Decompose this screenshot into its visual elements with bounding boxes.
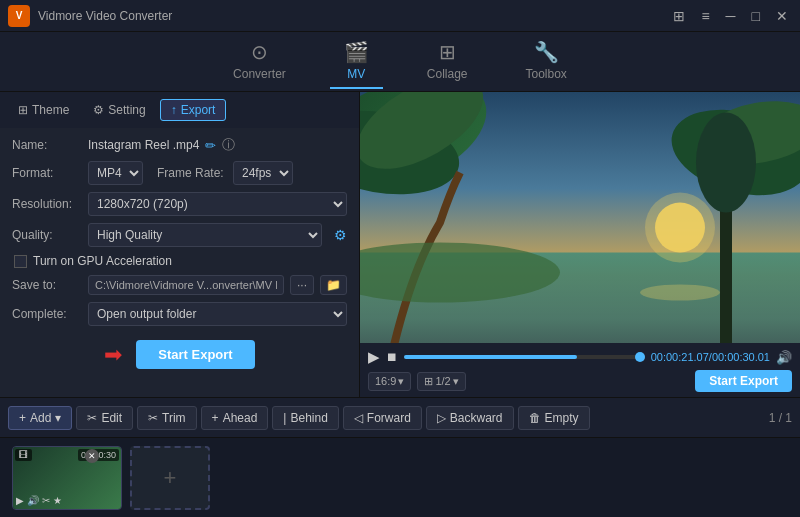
window-controls: ⊞ ≡ ─ □ ✕ xyxy=(669,8,792,24)
setting-gear-icon: ⚙ xyxy=(93,103,104,117)
complete-row: Complete: Open output folder xyxy=(12,302,347,326)
arrow-icon: ➡ xyxy=(104,342,122,368)
theme-grid-icon: ⊞ xyxy=(18,103,28,117)
trash-icon: 🗑 xyxy=(529,411,541,425)
nav-tabs: ⊙ Converter 🎬 MV ⊞ Collage 🔧 Toolbox xyxy=(0,32,800,92)
name-edit-icon[interactable]: ✏ xyxy=(205,138,216,153)
maximize-btn[interactable]: □ xyxy=(748,8,764,24)
scale-btn[interactable]: ⊞ 1/2 ▾ xyxy=(417,372,465,391)
ahead-icon: + xyxy=(212,411,219,425)
resolution-label: Resolution: xyxy=(12,197,82,211)
format-label: Format: xyxy=(12,166,82,180)
stop-button[interactable]: ⏹ xyxy=(386,350,398,364)
clip-edit-icon[interactable]: ✂ xyxy=(42,495,50,506)
clip-controls: ▶ 🔊 ✂ ★ xyxy=(16,495,62,506)
framerate-select[interactable]: 24fps xyxy=(233,161,293,185)
film-icon: 🎞 xyxy=(19,450,28,460)
empty-button[interactable]: 🗑 Empty xyxy=(518,406,590,430)
ratio-btn[interactable]: 16:9 ▾ xyxy=(368,372,411,391)
add-button[interactable]: + MV Add ▾ xyxy=(8,406,72,430)
video-frame xyxy=(360,92,800,343)
export-upload-icon: ↑ xyxy=(171,103,177,117)
tab-collage[interactable]: ⊞ Collage xyxy=(413,34,482,89)
forward-button[interactable]: ◁ Forward xyxy=(343,406,422,430)
close-btn[interactable]: ✕ xyxy=(772,8,792,24)
sub-tab-setting[interactable]: ⚙ Setting xyxy=(83,100,155,120)
open-folder-btn[interactable]: 📁 xyxy=(320,275,347,295)
save-row: Save to: ··· 📁 xyxy=(12,275,347,295)
quality-gear-icon[interactable]: ⚙ xyxy=(334,227,347,243)
add-clip-button[interactable]: + xyxy=(130,446,210,510)
titlebar: V Vidmore Video Converter ⊞ ≡ ─ □ ✕ xyxy=(0,0,800,32)
name-info-icon[interactable]: ⓘ xyxy=(222,136,235,154)
scale-chevron-icon: ▾ xyxy=(453,375,459,388)
gpu-row: Turn on GPU Acceleration xyxy=(12,254,347,268)
progress-row: ▶ ⏹ 00:00:21.07/00:00:30.01 🔊 xyxy=(368,348,792,366)
start-export-button[interactable]: Start Export xyxy=(136,340,254,369)
main-layout: ⊞ Theme ⚙ Setting ↑ Export Name: Instagr… xyxy=(0,92,800,397)
toolbox-icon: 🔧 xyxy=(534,40,559,64)
converter-icon: ⊙ xyxy=(251,40,268,64)
clip-volume-icon[interactable]: 🔊 xyxy=(27,495,39,506)
quality-label: Quality: xyxy=(12,228,82,242)
tab-converter[interactable]: ⊙ Converter xyxy=(219,34,300,89)
minimize-btn[interactable]: ─ xyxy=(722,8,740,24)
behind-button[interactable]: | Behind xyxy=(272,406,339,430)
backward-icon: ▷ xyxy=(437,411,446,425)
add-chevron-icon[interactable]: ▾ xyxy=(55,411,61,425)
app-logo: V xyxy=(8,5,30,27)
backward-button[interactable]: ▷ Backward xyxy=(426,406,514,430)
browse-dots-btn[interactable]: ··· xyxy=(290,275,314,295)
progress-handle[interactable] xyxy=(635,352,645,362)
grid-icon-btn[interactable]: ⊞ xyxy=(669,8,689,24)
scale-icon: ⊞ xyxy=(424,375,433,388)
app-title: Vidmore Video Converter xyxy=(38,9,669,23)
behind-icon: | xyxy=(283,411,286,425)
menu-btn[interactable]: ≡ xyxy=(697,8,713,24)
add-clip-plus-icon: + xyxy=(164,465,177,491)
ratio-chevron-icon: ▾ xyxy=(398,375,404,388)
quality-row: Quality: High Quality ⚙ xyxy=(12,223,347,247)
quality-select[interactable]: High Quality xyxy=(88,223,322,247)
clip-close-btn[interactable]: ✕ xyxy=(85,449,99,463)
name-label: Name: xyxy=(12,138,82,152)
clip-play-icon[interactable]: ▶ xyxy=(16,495,24,506)
trim-icon: ✂ xyxy=(148,411,158,425)
export-row: ➡ Start Export xyxy=(12,340,347,369)
start-export-button-2[interactable]: Start Export xyxy=(695,370,792,392)
progress-bar[interactable] xyxy=(404,355,645,359)
play-button[interactable]: ▶ xyxy=(368,348,380,366)
right-panel: ▶ ⏹ 00:00:21.07/00:00:30.01 🔊 16:9 ▾ xyxy=(360,92,800,397)
format-select[interactable]: MP4 xyxy=(88,161,143,185)
sub-tab-export[interactable]: ↑ Export xyxy=(160,99,227,121)
svg-point-3 xyxy=(645,193,715,263)
clip-badge: 🎞 xyxy=(15,449,32,461)
left-panel: ⊞ Theme ⚙ Setting ↑ Export Name: Instagr… xyxy=(0,92,360,397)
page-info: 1 / 1 xyxy=(769,411,792,425)
name-value: Instagram Reel .mp4 xyxy=(88,138,199,152)
edit-button[interactable]: ✂ Edit xyxy=(76,406,133,430)
video-controls: ▶ ⏹ 00:00:21.07/00:00:30.01 🔊 16:9 ▾ xyxy=(360,343,800,397)
gpu-checkbox[interactable] xyxy=(14,255,27,268)
tab-toolbox[interactable]: 🔧 Toolbox xyxy=(512,34,581,89)
volume-icon[interactable]: 🔊 xyxy=(776,350,792,365)
scissors-icon: ✂ xyxy=(87,411,97,425)
framerate-label: Frame Rate: xyxy=(157,166,227,180)
video-preview xyxy=(360,92,800,343)
bottom-toolbar: + MV Add ▾ ✂ Edit ✂ Trim + + Ahead Ahead… xyxy=(0,397,800,437)
mv-icon: 🎬 xyxy=(344,40,369,64)
gpu-label: Turn on GPU Acceleration xyxy=(33,254,172,268)
timeline: 🎞 00:00:30 ✕ ▶ 🔊 ✂ ★ + xyxy=(0,437,800,517)
ahead-button[interactable]: + + Ahead Ahead xyxy=(201,406,269,430)
name-row: Name: Instagram Reel .mp4 ✏ ⓘ xyxy=(12,136,347,154)
trim-button[interactable]: ✂ Trim xyxy=(137,406,197,430)
complete-select[interactable]: Open output folder xyxy=(88,302,347,326)
add-plus-icon: + xyxy=(19,411,26,425)
clip-star-icon[interactable]: ★ xyxy=(53,495,62,506)
timeline-clip: 🎞 00:00:30 ✕ ▶ 🔊 ✂ ★ xyxy=(12,446,122,510)
save-path-input[interactable] xyxy=(88,275,284,295)
sub-tab-theme[interactable]: ⊞ Theme xyxy=(8,100,79,120)
tab-mv[interactable]: 🎬 MV xyxy=(330,34,383,89)
forward-icon: ◁ xyxy=(354,411,363,425)
resolution-select[interactable]: 1280x720 (720p) xyxy=(88,192,347,216)
